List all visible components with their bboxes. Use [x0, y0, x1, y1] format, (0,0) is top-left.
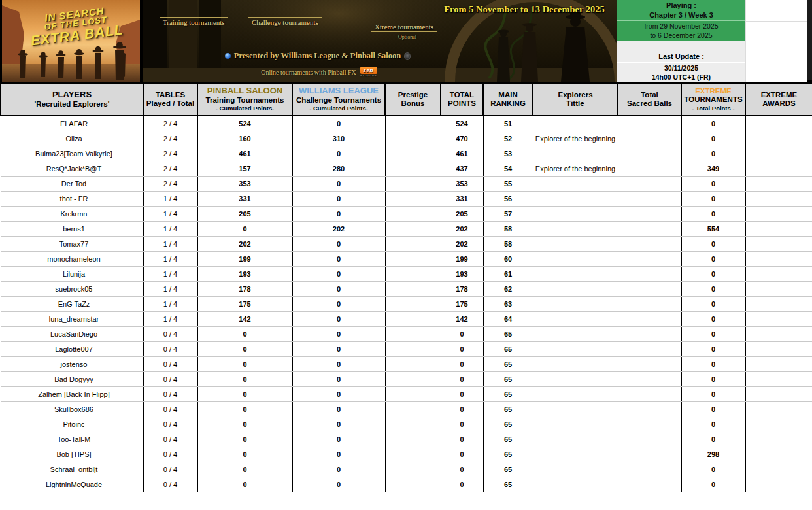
sacred-balls-cell[interactable] [618, 236, 681, 251]
extreme-awards-cell[interactable] [745, 326, 812, 341]
explorer-title-cell[interactable] [533, 221, 618, 236]
extreme-awards-cell[interactable] [745, 432, 812, 447]
player-name-cell[interactable]: Tomax77 [1, 236, 143, 251]
saloon-points-cell[interactable]: 353 [197, 176, 292, 191]
extreme-points-cell[interactable]: 0 [681, 311, 745, 326]
league-points-cell[interactable]: 0 [292, 462, 385, 477]
sacred-balls-cell[interactable] [618, 401, 681, 416]
sacred-balls-cell[interactable] [618, 251, 681, 266]
main-ranking-cell[interactable]: 57 [483, 206, 533, 221]
tables-played-cell[interactable]: 1 / 4 [143, 311, 197, 326]
league-points-cell[interactable]: 0 [292, 416, 385, 432]
total-points-cell[interactable]: 0 [441, 356, 483, 371]
main-ranking-cell[interactable]: 65 [483, 371, 533, 386]
tables-played-cell[interactable]: 2 / 4 [143, 146, 197, 161]
league-points-cell[interactable]: 0 [292, 251, 385, 266]
league-points-cell[interactable]: 0 [292, 146, 385, 161]
tables-played-cell[interactable]: 1 / 4 [143, 296, 197, 311]
sacred-balls-cell[interactable] [618, 447, 681, 462]
main-ranking-cell[interactable]: 58 [483, 236, 533, 251]
saloon-points-cell[interactable]: 0 [197, 356, 292, 371]
tables-played-cell[interactable]: 1 / 4 [143, 281, 197, 296]
explorer-title-cell[interactable]: Explorer of the beginning [533, 161, 618, 176]
extreme-points-cell[interactable]: 349 [681, 161, 745, 176]
extreme-awards-cell[interactable] [745, 371, 812, 386]
extreme-points-cell[interactable]: 0 [681, 191, 745, 206]
player-name-cell[interactable]: Lilunija [1, 266, 143, 281]
extreme-points-cell[interactable]: 0 [681, 432, 745, 447]
saloon-points-cell[interactable]: 0 [197, 462, 292, 477]
total-points-cell[interactable]: 0 [441, 341, 483, 356]
extreme-points-cell[interactable]: 554 [681, 221, 745, 236]
extreme-awards-cell[interactable] [745, 266, 812, 281]
league-points-cell[interactable]: 0 [292, 432, 385, 447]
league-points-cell[interactable]: 280 [292, 161, 385, 176]
saloon-points-cell[interactable]: 199 [197, 251, 292, 266]
explorer-title-cell[interactable] [533, 356, 618, 371]
sacred-balls-cell[interactable] [618, 221, 681, 236]
saloon-points-cell[interactable]: 202 [197, 236, 292, 251]
tables-played-cell[interactable]: 0 / 4 [143, 356, 197, 371]
player-name-cell[interactable]: monochameleon [1, 251, 143, 266]
sacred-balls-cell[interactable] [618, 191, 681, 206]
total-points-cell[interactable]: 205 [441, 206, 483, 221]
prestige-bonus-cell[interactable] [385, 401, 441, 416]
saloon-points-cell[interactable]: 175 [197, 296, 292, 311]
sacred-balls-cell[interactable] [618, 462, 681, 477]
saloon-points-cell[interactable]: 0 [197, 221, 292, 236]
extreme-awards-cell[interactable] [745, 462, 812, 477]
player-name-cell[interactable]: Skullbox686 [1, 401, 143, 416]
total-points-cell[interactable]: 0 [441, 477, 483, 492]
player-name-cell[interactable]: thot - FR [1, 191, 143, 206]
extreme-awards-cell[interactable] [745, 206, 812, 221]
saloon-points-cell[interactable]: 160 [197, 131, 292, 146]
total-points-cell[interactable]: 0 [441, 371, 483, 386]
saloon-points-cell[interactable]: 178 [197, 281, 292, 296]
extreme-awards-cell[interactable] [745, 356, 812, 371]
total-points-cell[interactable]: 0 [441, 326, 483, 341]
player-name-cell[interactable]: Bob [TIPS] [1, 447, 143, 462]
extreme-awards-cell[interactable] [745, 296, 812, 311]
prestige-bonus-cell[interactable] [385, 447, 441, 462]
player-name-cell[interactable]: Pitoinc [1, 416, 143, 432]
main-ranking-cell[interactable]: 65 [483, 416, 533, 432]
sacred-balls-cell[interactable] [618, 176, 681, 191]
prestige-bonus-cell[interactable] [385, 221, 441, 236]
extreme-points-cell[interactable]: 298 [681, 447, 745, 462]
main-ranking-cell[interactable]: 56 [483, 191, 533, 206]
scrollbar[interactable] [807, 0, 812, 80]
total-points-cell[interactable]: 470 [441, 131, 483, 146]
player-name-cell[interactable]: Zalhem [Back In Flipp] [1, 386, 143, 401]
sacred-balls-cell[interactable] [618, 432, 681, 447]
total-points-cell[interactable]: 0 [441, 462, 483, 477]
sacred-balls-cell[interactable] [618, 161, 681, 176]
player-name-cell[interactable]: Krckrmn [1, 206, 143, 221]
extreme-awards-cell[interactable] [745, 221, 812, 236]
explorer-title-cell[interactable] [533, 146, 618, 161]
tables-played-cell[interactable]: 1 / 4 [143, 221, 197, 236]
explorer-title-cell[interactable] [533, 191, 618, 206]
sacred-balls-cell[interactable] [618, 356, 681, 371]
main-ranking-cell[interactable]: 65 [483, 341, 533, 356]
explorer-title-cell[interactable] [533, 251, 618, 266]
league-points-cell[interactable]: 0 [292, 447, 385, 462]
main-ranking-cell[interactable]: 61 [483, 266, 533, 281]
extreme-points-cell[interactable]: 0 [681, 176, 745, 191]
prestige-bonus-cell[interactable] [385, 206, 441, 221]
extreme-points-cell[interactable]: 0 [681, 266, 745, 281]
tables-played-cell[interactable]: 0 / 4 [143, 341, 197, 356]
tables-played-cell[interactable]: 0 / 4 [143, 326, 197, 341]
player-name-cell[interactable]: jostenso [1, 356, 143, 371]
extreme-awards-cell[interactable] [745, 176, 812, 191]
main-ranking-cell[interactable]: 65 [483, 477, 533, 492]
main-ranking-cell[interactable]: 65 [483, 386, 533, 401]
tables-played-cell[interactable]: 2 / 4 [143, 161, 197, 176]
total-points-cell[interactable]: 331 [441, 191, 483, 206]
sacred-balls-cell[interactable] [618, 296, 681, 311]
prestige-bonus-cell[interactable] [385, 146, 441, 161]
league-points-cell[interactable]: 0 [292, 311, 385, 326]
prestige-bonus-cell[interactable] [385, 432, 441, 447]
league-points-cell[interactable]: 0 [292, 386, 385, 401]
prestige-bonus-cell[interactable] [385, 251, 441, 266]
league-points-cell[interactable]: 0 [292, 236, 385, 251]
